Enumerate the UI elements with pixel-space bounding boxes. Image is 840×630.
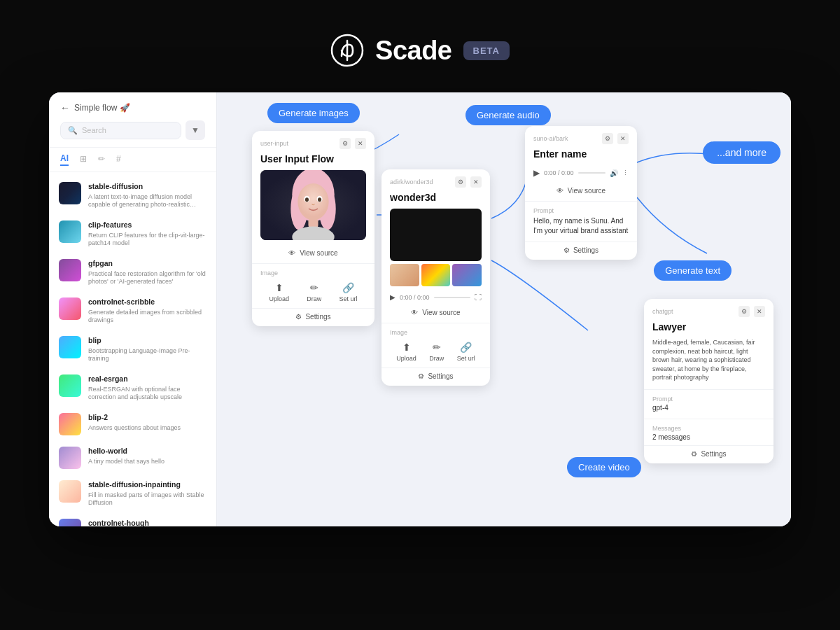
progress-track	[434, 297, 470, 298]
user-input-type-label: user-input	[260, 140, 288, 147]
sidebar-item-desc-stable-diffusion: A latent text-to-image diffusion model c…	[88, 193, 206, 209]
volume-icon[interactable]: 🔊	[610, 169, 618, 177]
set-url-button[interactable]: 🔗 Set url	[339, 282, 357, 302]
sidebar: ← Simple flow 🚀 🔍 Search ▼ AI ⊞ ✏ #	[49, 92, 217, 526]
sidebar-item-info-blip: blip Bootstrapping Language-Image Pre-tr…	[88, 336, 206, 363]
user-input-title: User Input Flow	[252, 153, 374, 170]
draw-icon-2: ✏	[433, 342, 441, 353]
sidebar-item-name-hello-world: hello-world	[88, 447, 206, 456]
sidebar-item-info-stable-diffusion: stable-diffusion A latent text-to-image …	[88, 182, 206, 209]
generate-text-bubble: Generate text	[654, 260, 732, 281]
wonder3d-upload-button[interactable]: ⬆ Upload	[396, 342, 416, 362]
wonder3d-actions: ⬆ Upload ✏ Draw 🔗 Set url	[382, 337, 490, 368]
link-icon: 🔗	[342, 282, 354, 293]
tab-edit[interactable]: ✏	[98, 154, 105, 165]
audio-prompt-label: Prompt	[533, 207, 629, 214]
sidebar-item-controlnet-hough[interactable]: controlnet-hough Modify images using M-L…	[49, 513, 216, 526]
user-input-settings-icon[interactable]: ⚙	[340, 138, 351, 149]
audio-card-header: suno-ai/bark ⚙ ✕	[525, 126, 637, 148]
more-options-icon[interactable]: ⋮	[622, 169, 629, 176]
thumbnail-face	[390, 264, 419, 286]
audio-settings-icon[interactable]: ⚙	[602, 133, 613, 144]
sidebar-item-blip[interactable]: blip Bootstrapping Language-Image Pre-tr…	[49, 330, 216, 369]
audio-title: Enter name	[525, 148, 637, 165]
sidebar-item-info-stable-diffusion-inpainting: stable-diffusion-inpainting Fill in mask…	[88, 480, 206, 507]
wonder3d-close-icon[interactable]: ✕	[470, 176, 482, 188]
sidebar-item-info-controlnet-scribble: controlnet-scribble Generate detailed im…	[88, 298, 206, 325]
user-input-view-source[interactable]: 👁 View source	[252, 246, 374, 260]
sidebar-search-row: 🔍 Search ▼	[60, 120, 205, 140]
fullscreen-icon[interactable]: ⛶	[475, 293, 482, 301]
user-input-settings-row[interactable]: ⚙ Settings	[252, 308, 374, 326]
sidebar-item-stable-diffusion[interactable]: stable-diffusion A latent text-to-image …	[49, 176, 216, 215]
sidebar-list: stable-diffusion A latent text-to-image …	[49, 172, 216, 526]
sidebar-item-hello-world[interactable]: hello-world A tiny model that says hello	[49, 441, 216, 475]
wonder3d-settings-icon[interactable]: ⚙	[455, 176, 466, 188]
wonder3d-type-label: adirk/wonder3d	[390, 178, 433, 186]
wonder3d-settings-row[interactable]: ⚙ Settings	[382, 368, 490, 386]
sidebar-item-real-esrgan[interactable]: real-esrgan Real-ESRGAN with optional fa…	[49, 369, 216, 407]
tab-ai[interactable]: AI	[60, 153, 69, 166]
audio-card: suno-ai/bark ⚙ ✕ Enter name ▶ 0:00 / 0:0…	[525, 126, 637, 260]
audio-prompt-text: Hello, my name is Sunu. And I'm your vir…	[533, 216, 629, 236]
audio-progress-track	[578, 172, 606, 174]
audio-play-icon[interactable]: ▶	[533, 168, 540, 178]
tab-grid[interactable]: ⊞	[80, 154, 87, 165]
sidebar-item-controlnet-scribble[interactable]: controlnet-scribble Generate detailed im…	[49, 292, 216, 330]
sidebar-item-stable-diffusion-inpainting[interactable]: stable-diffusion-inpainting Fill in mask…	[49, 475, 216, 513]
sidebar-thumb-stable-diffusion-inpainting	[59, 480, 81, 503]
sidebar-item-name-blip: blip	[88, 336, 206, 346]
audio-gear-icon: ⚙	[564, 246, 570, 254]
sidebar-thumb-stable-diffusion	[59, 182, 81, 204]
sidebar-item-desc-clip-features: Return CLIP features for the clip-vit-la…	[88, 232, 206, 248]
audio-settings-row[interactable]: ⚙ Settings	[525, 241, 637, 260]
user-input-close-icon[interactable]: ✕	[355, 138, 366, 149]
chatgpt-icons: ⚙ ✕	[738, 306, 765, 317]
svg-point-6	[298, 183, 328, 220]
canvas-area: Generate images Generate audio ...and mo…	[217, 92, 791, 526]
sidebar-item-info-controlnet-hough: controlnet-hough Modify images using M-L…	[88, 519, 206, 526]
settings-gear-icon: ⚙	[295, 313, 302, 321]
sidebar-item-desc-controlnet-scribble: Generate detailed images from scribbled …	[88, 309, 206, 325]
link-icon-2: 🔗	[460, 342, 472, 353]
beta-badge: BETA	[463, 41, 510, 60]
upload-button[interactable]: ⬆ Upload	[270, 282, 290, 302]
wonder3d-icons: ⚙ ✕	[455, 176, 482, 188]
upload-icon: ⬆	[275, 282, 284, 293]
draw-icon: ✏	[310, 282, 318, 293]
chatgpt-messages-label: Messages	[644, 422, 774, 433]
audio-player: ▶ 0:00 / 0:00 🔊 ⋮	[525, 165, 637, 183]
audio-close-icon[interactable]: ✕	[617, 133, 629, 144]
tab-hash[interactable]: #	[116, 154, 121, 165]
wonder3d-draw-button[interactable]: ✏ Draw	[429, 342, 444, 362]
svg-point-9	[305, 197, 309, 202]
thumbnail-purple	[452, 264, 482, 286]
sidebar-item-clip-features[interactable]: clip-features Return CLIP features for t…	[49, 215, 216, 253]
user-input-actions: ⬆ Upload ✏ Draw 🔗 Set url	[252, 278, 374, 308]
filter-button[interactable]: ▼	[186, 120, 205, 140]
chatgpt-description: Middle-aged, female, Caucasian, fair com…	[644, 338, 774, 386]
sidebar-item-name-stable-diffusion: stable-diffusion	[88, 182, 206, 192]
play-icon[interactable]: ▶	[390, 293, 396, 301]
audio-view-source[interactable]: 👁 View source	[525, 183, 637, 198]
chatgpt-prompt-label: Prompt	[644, 393, 774, 404]
chatgpt-close-icon[interactable]: ✕	[754, 306, 765, 317]
filter-icon: ▼	[191, 125, 200, 135]
sidebar-item-name-controlnet-scribble: controlnet-scribble	[88, 298, 206, 307]
draw-button[interactable]: ✏ Draw	[307, 282, 321, 302]
sidebar-back-button[interactable]: ← Simple flow 🚀	[60, 102, 205, 113]
wonder3d-card: adirk/wonder3d ⚙ ✕ wonder3d ▶ 0:00 / 0:0…	[382, 169, 490, 386]
wonder3d-set-url-button[interactable]: 🔗 Set url	[457, 342, 475, 362]
sidebar-item-gfpgan[interactable]: gfpgan Practical face restoration algori…	[49, 253, 216, 292]
user-input-image-preview	[260, 170, 366, 240]
sidebar-search-box[interactable]: 🔍 Search	[60, 122, 181, 139]
logo-text: Scade	[375, 36, 451, 66]
chatgpt-settings-row[interactable]: ⚙ Settings	[644, 445, 774, 463]
wonder3d-view-source[interactable]: 👁 View source	[382, 305, 490, 320]
audio-type-label: suno-ai/bark	[533, 135, 568, 142]
sidebar-tabs: AI ⊞ ✏ #	[49, 148, 216, 172]
sidebar-item-blip-2[interactable]: blip-2 Answers questions about images	[49, 407, 216, 441]
sidebar-item-name-clip-features: clip-features	[88, 220, 206, 230]
sidebar-item-info-clip-features: clip-features Return CLIP features for t…	[88, 220, 206, 248]
chatgpt-settings-icon[interactable]: ⚙	[738, 306, 750, 317]
